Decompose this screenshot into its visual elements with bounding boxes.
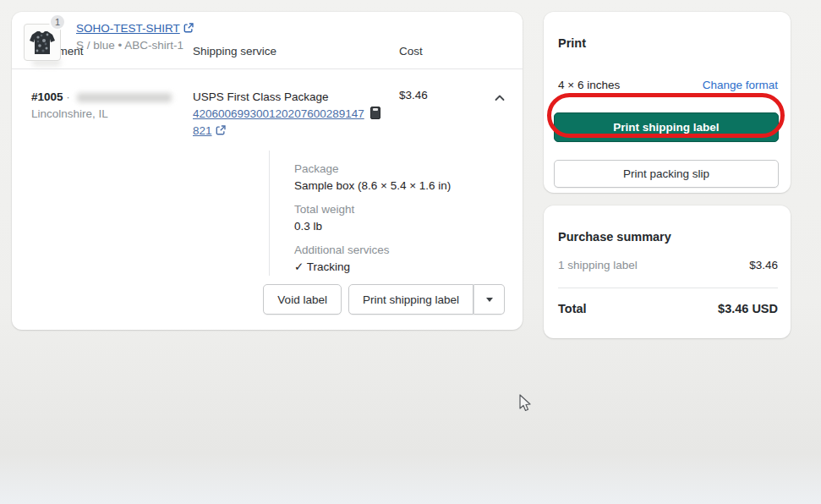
- shipping-service-name: USPS First Class Package: [193, 89, 387, 106]
- weight-value: 0.3 lb: [294, 218, 506, 235]
- details-divider: [269, 151, 270, 276]
- void-label-button[interactable]: Void label: [263, 284, 342, 315]
- collapse-chevron-icon[interactable]: [493, 91, 506, 105]
- label-format-size: 4 × 6 inches: [558, 79, 620, 91]
- change-format-link[interactable]: Change format: [703, 79, 778, 91]
- tracking-number-link[interactable]: 420600699300120207600289147: [193, 107, 364, 120]
- tracking-number-link-line2[interactable]: 821: [193, 124, 212, 137]
- column-header-cost: Cost: [399, 45, 423, 58]
- print-card: Print 4 × 6 inches Change format Print s…: [544, 12, 791, 193]
- summary-divider: [558, 288, 778, 288]
- print-packing-slip-button[interactable]: Print packing slip: [554, 160, 779, 188]
- product-external-link-icon[interactable]: [183, 23, 194, 33]
- order-number: #1005: [31, 90, 63, 103]
- print-label-dropdown-button[interactable]: [473, 284, 505, 315]
- header-divider: [12, 68, 523, 69]
- summary-line-item: 1 shipping label: [558, 259, 638, 271]
- package-label: Package: [294, 161, 506, 178]
- print-shipping-label-button[interactable]: Print shipping label: [554, 112, 779, 142]
- summary-line-value: $3.46: [749, 259, 778, 271]
- print-label-split-button: Print shipping label: [348, 284, 505, 315]
- tshirt-image: [27, 27, 57, 58]
- mouse-cursor: [518, 394, 532, 413]
- external-link-icon[interactable]: [216, 125, 226, 135]
- purchase-summary-title: Purchase summary: [558, 230, 671, 244]
- quantity-badge: 1: [49, 14, 66, 30]
- total-value: $3.46 USD: [718, 302, 778, 315]
- product-title-link[interactable]: SOHO-TEST-SHIRT: [76, 22, 180, 35]
- caret-down-icon: [486, 298, 493, 302]
- copy-tracking-icon[interactable]: [370, 107, 380, 119]
- total-label: Total: [558, 302, 587, 315]
- services-value: ✓ Tracking: [294, 259, 506, 276]
- order-info: #1005 · Lincolnshire, IL: [31, 89, 188, 123]
- order-location: Lincolnshire, IL: [31, 106, 188, 123]
- product-variant: S / blue • ABC-shirt-1: [76, 39, 183, 52]
- package-value: Sample box (8.6 × 5.4 × 1.6 in): [294, 178, 506, 194]
- row-print-shipping-label-button[interactable]: Print shipping label: [348, 284, 473, 315]
- order-separator: ·: [66, 90, 70, 103]
- label-cost: $3.46: [399, 89, 428, 101]
- redacted-customer-name: [77, 93, 172, 102]
- print-card-title: Print: [558, 36, 586, 50]
- package-details: Package Sample box (8.6 × 5.4 × 1.6 in) …: [294, 161, 506, 282]
- shipping-service-info: USPS First Class Package 420600699300120…: [193, 89, 387, 140]
- column-header-shipping-service: Shipping service: [193, 45, 276, 58]
- row-actions: Void label Print shipping label: [263, 284, 505, 315]
- services-label: Additional services: [294, 242, 506, 259]
- purchase-summary-card: Purchase summary 1 shipping label $3.46 …: [544, 205, 791, 338]
- fulfillment-card: Fulfillment Shipping service Cost #1005 …: [12, 12, 523, 330]
- weight-label: Total weight: [294, 201, 506, 218]
